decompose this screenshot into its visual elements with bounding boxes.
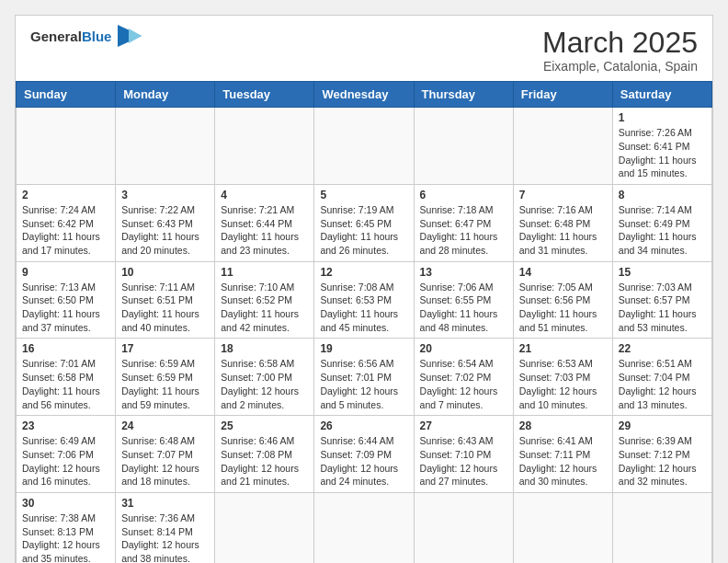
day-info: Sunrise: 7:08 AM Sunset: 6:53 PM Dayligh… [320,281,407,335]
day-number: 30 [22,497,109,510]
table-row [513,492,612,563]
day-info: Sunrise: 7:10 AM Sunset: 6:52 PM Dayligh… [221,281,308,335]
col-tuesday: Tuesday [215,82,314,108]
day-info: Sunrise: 6:49 AM Sunset: 7:06 PM Dayligh… [22,434,109,488]
day-info: Sunrise: 6:58 AM Sunset: 7:00 PM Dayligh… [221,357,308,411]
table-row: 10Sunrise: 7:11 AM Sunset: 6:51 PM Dayli… [116,261,215,339]
table-row: 30Sunrise: 7:38 AM Sunset: 8:13 PM Dayli… [17,492,116,563]
table-row: 4Sunrise: 7:21 AM Sunset: 6:44 PM Daylig… [215,184,314,261]
day-number: 16 [22,342,109,355]
table-row [314,492,414,563]
day-info: Sunrise: 7:24 AM Sunset: 6:42 PM Dayligh… [22,203,109,258]
day-number: 15 [619,266,706,279]
day-number: 3 [121,189,209,201]
calendar-table: Sunday Monday Tuesday Wednesday Thursday… [16,81,712,563]
table-row: 13Sunrise: 7:06 AM Sunset: 6:55 PM Dayli… [414,261,513,339]
location: Eixample, Catalonia, Spain [542,59,698,74]
day-number: 4 [221,189,308,201]
day-number: 26 [320,419,407,432]
day-number: 5 [320,189,407,201]
month-title: March 2025 [542,27,698,59]
day-number: 17 [121,342,209,355]
day-info: Sunrise: 6:46 AM Sunset: 7:08 PM Dayligh… [221,434,308,488]
table-row: 5Sunrise: 7:19 AM Sunset: 6:45 PM Daylig… [314,184,414,261]
day-number: 25 [221,419,308,432]
table-row: 7Sunrise: 7:16 AM Sunset: 6:48 PM Daylig… [513,184,612,261]
table-row [612,492,711,563]
table-row [314,108,414,185]
table-row: 25Sunrise: 6:46 AM Sunset: 7:08 PM Dayli… [215,416,314,493]
table-row: 29Sunrise: 6:39 AM Sunset: 7:12 PM Dayli… [612,416,711,493]
day-number: 20 [420,342,507,355]
col-monday: Monday [116,82,215,108]
day-info: Sunrise: 6:51 AM Sunset: 7:04 PM Dayligh… [619,357,706,411]
day-number: 8 [619,189,706,201]
day-number: 11 [221,266,308,279]
table-row [513,108,612,185]
page-header: GeneralBlue March 2025 Eixample, Catalon… [16,16,712,81]
day-info: Sunrise: 6:39 AM Sunset: 7:12 PM Dayligh… [619,434,706,488]
table-row [116,108,215,185]
day-info: Sunrise: 7:14 AM Sunset: 6:49 PM Dayligh… [619,203,706,258]
day-info: Sunrise: 6:56 AM Sunset: 7:01 PM Dayligh… [320,357,407,411]
day-number: 12 [320,266,407,279]
table-row [17,108,116,185]
day-info: Sunrise: 6:43 AM Sunset: 7:10 PM Dayligh… [420,434,507,488]
col-thursday: Thursday [414,82,513,108]
table-row: 26Sunrise: 6:44 AM Sunset: 7:09 PM Dayli… [314,416,414,493]
day-number: 22 [619,342,706,355]
day-number: 28 [519,419,607,432]
table-row: 2Sunrise: 7:24 AM Sunset: 6:42 PM Daylig… [17,184,116,261]
table-row: 20Sunrise: 6:54 AM Sunset: 7:02 PM Dayli… [414,339,513,416]
table-row: 16Sunrise: 7:01 AM Sunset: 6:58 PM Dayli… [17,339,116,416]
day-info: Sunrise: 6:54 AM Sunset: 7:02 PM Dayligh… [420,357,507,411]
day-number: 27 [420,419,507,432]
table-row: 6Sunrise: 7:18 AM Sunset: 6:47 PM Daylig… [414,184,513,261]
day-info: Sunrise: 7:38 AM Sunset: 8:13 PM Dayligh… [22,511,109,563]
table-row [215,492,314,563]
table-row: 14Sunrise: 7:05 AM Sunset: 6:56 PM Dayli… [513,261,612,339]
day-number: 13 [420,266,507,279]
table-row: 27Sunrise: 6:43 AM Sunset: 7:10 PM Dayli… [414,416,513,493]
day-info: Sunrise: 6:44 AM Sunset: 7:09 PM Dayligh… [320,434,407,488]
day-info: Sunrise: 6:48 AM Sunset: 7:07 PM Dayligh… [121,434,209,488]
day-info: Sunrise: 7:05 AM Sunset: 6:56 PM Dayligh… [519,281,607,335]
table-row: 21Sunrise: 6:53 AM Sunset: 7:03 PM Dayli… [513,339,612,416]
table-row: 8Sunrise: 7:14 AM Sunset: 6:49 PM Daylig… [612,184,711,261]
day-info: Sunrise: 7:16 AM Sunset: 6:48 PM Dayligh… [519,203,607,258]
table-row: 19Sunrise: 6:56 AM Sunset: 7:01 PM Dayli… [314,339,414,416]
table-row: 31Sunrise: 7:36 AM Sunset: 8:14 PM Dayli… [116,492,215,563]
calendar-page: GeneralBlue March 2025 Eixample, Catalon… [15,15,713,563]
logo-triangle-icon [118,25,142,47]
day-number: 23 [22,419,109,432]
day-number: 19 [320,342,407,355]
table-row: 24Sunrise: 6:48 AM Sunset: 7:07 PM Dayli… [116,416,215,493]
day-number: 1 [619,111,706,124]
table-row: 1Sunrise: 7:26 AM Sunset: 6:41 PM Daylig… [612,108,711,185]
day-number: 6 [420,189,507,201]
logo: GeneralBlue [30,27,142,47]
table-row: 15Sunrise: 7:03 AM Sunset: 6:57 PM Dayli… [612,261,711,339]
logo-general: GeneralBlue [30,29,111,45]
day-number: 21 [519,342,607,355]
table-row [414,492,513,563]
table-row: 9Sunrise: 7:13 AM Sunset: 6:50 PM Daylig… [17,261,116,339]
col-wednesday: Wednesday [314,82,414,108]
day-info: Sunrise: 7:03 AM Sunset: 6:57 PM Dayligh… [619,281,706,335]
table-row: 23Sunrise: 6:49 AM Sunset: 7:06 PM Dayli… [17,416,116,493]
table-row [414,108,513,185]
day-info: Sunrise: 6:59 AM Sunset: 6:59 PM Dayligh… [121,357,209,411]
table-row: 12Sunrise: 7:08 AM Sunset: 6:53 PM Dayli… [314,261,414,339]
day-number: 10 [121,266,209,279]
day-number: 24 [121,419,209,432]
day-info: Sunrise: 7:13 AM Sunset: 6:50 PM Dayligh… [22,281,109,335]
table-row: 3Sunrise: 7:22 AM Sunset: 6:43 PM Daylig… [116,184,215,261]
day-info: Sunrise: 7:11 AM Sunset: 6:51 PM Dayligh… [121,281,209,335]
table-row: 11Sunrise: 7:10 AM Sunset: 6:52 PM Dayli… [215,261,314,339]
day-info: Sunrise: 7:06 AM Sunset: 6:55 PM Dayligh… [420,281,507,335]
day-number: 29 [619,419,706,432]
day-info: Sunrise: 6:53 AM Sunset: 7:03 PM Dayligh… [519,357,607,411]
day-info: Sunrise: 7:22 AM Sunset: 6:43 PM Dayligh… [121,203,209,258]
day-number: 18 [221,342,308,355]
col-friday: Friday [513,82,612,108]
